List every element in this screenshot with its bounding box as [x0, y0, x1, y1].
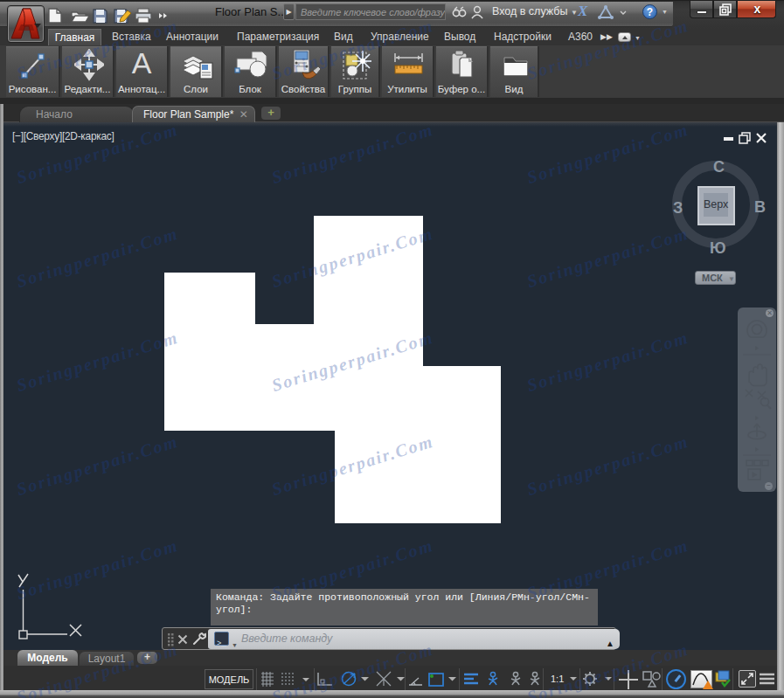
- svg-text:1:1: 1:1: [551, 674, 564, 684]
